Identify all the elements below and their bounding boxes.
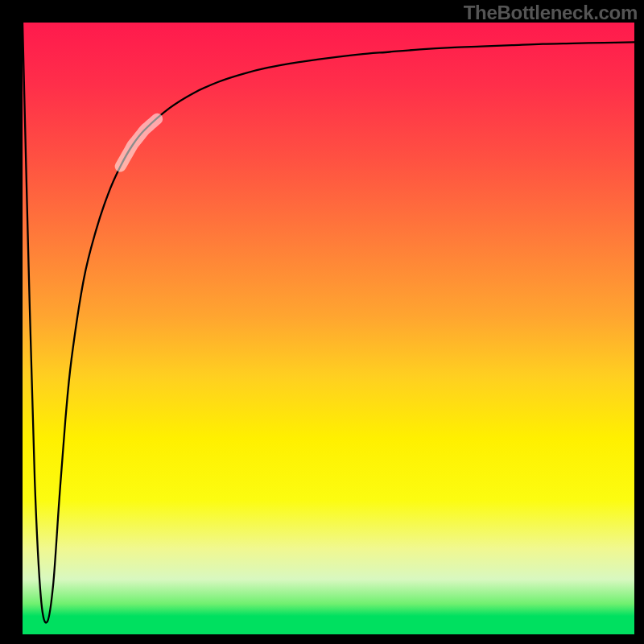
curve-highlight-segment <box>121 119 158 167</box>
bottleneck-curve <box>23 23 634 622</box>
chart-curve-layer <box>23 23 634 634</box>
watermark-text: TheBottleneck.com <box>464 2 638 24</box>
chart-plot-area <box>23 23 634 634</box>
